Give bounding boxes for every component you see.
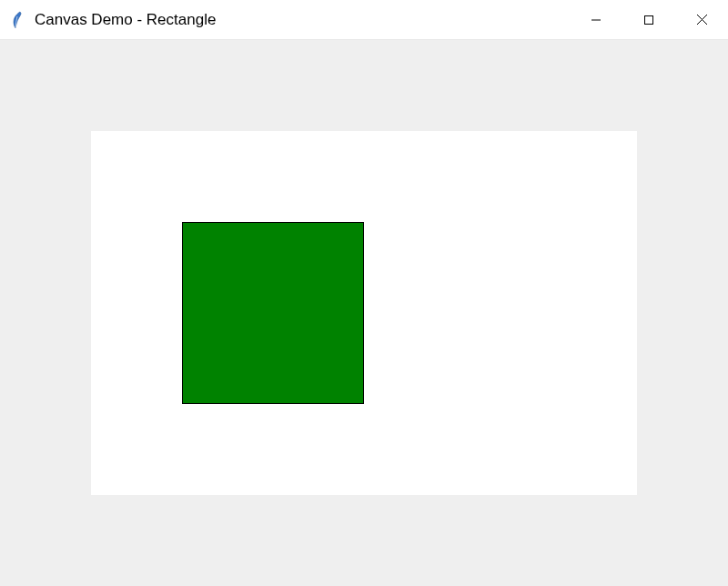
canvas-rectangle <box>182 222 364 404</box>
titlebar: Canvas Demo - Rectangle <box>0 0 728 40</box>
svg-rect-1 <box>645 15 653 24</box>
minimize-button[interactable] <box>570 0 622 39</box>
window-controls <box>570 0 728 39</box>
client-area <box>0 40 728 586</box>
tk-canvas <box>91 131 637 495</box>
close-button[interactable] <box>675 0 728 39</box>
tk-feather-icon <box>9 9 25 31</box>
window-title: Canvas Demo - Rectangle <box>35 11 216 29</box>
maximize-button[interactable] <box>622 0 675 39</box>
